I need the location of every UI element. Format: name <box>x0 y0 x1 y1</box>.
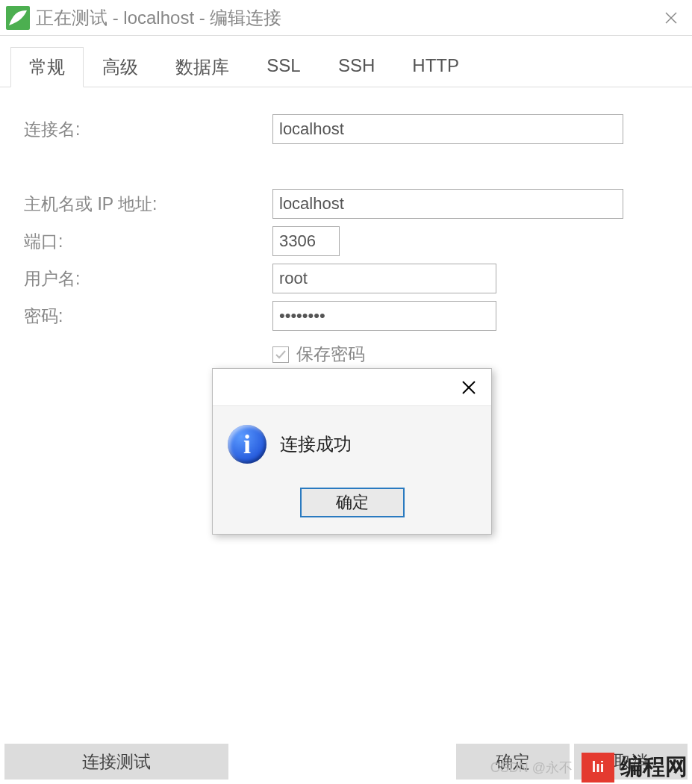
spacer <box>233 744 452 780</box>
input-user[interactable] <box>272 264 496 293</box>
tab-label: HTTP <box>412 55 459 75</box>
tab-ssl[interactable]: SSL <box>248 47 319 87</box>
dialog-ok-button[interactable]: 确定 <box>300 488 405 517</box>
input-host[interactable] <box>272 189 623 219</box>
button-label: 确定 <box>336 493 369 511</box>
watermark-logo-icon: lıi <box>582 753 614 783</box>
tab-label: 数据库 <box>175 57 229 77</box>
row-user: 用户名: <box>22 264 670 293</box>
dialog-body: i 连接成功 <box>213 406 491 479</box>
tab-database[interactable]: 数据库 <box>157 47 248 87</box>
tab-http[interactable]: HTTP <box>393 47 478 87</box>
input-password[interactable] <box>272 301 496 331</box>
row-host: 主机名或 IP 地址: <box>22 189 670 219</box>
tab-label: 常规 <box>29 57 65 77</box>
button-label: 连接测试 <box>82 750 151 774</box>
dialog-header <box>213 369 491 406</box>
row-port: 端口: <box>22 226 670 256</box>
app-icon <box>6 6 30 30</box>
label-connection-name: 连接名: <box>22 118 272 141</box>
window-title: 正在测试 - localhost - 编辑连接 <box>36 6 656 30</box>
watermark: CSDN @永不 lıi 编程网 <box>490 752 688 783</box>
tab-general[interactable]: 常规 <box>10 47 84 87</box>
input-port[interactable] <box>272 226 340 256</box>
check-icon <box>275 349 287 361</box>
checkbox-save-password[interactable] <box>272 346 289 363</box>
info-icon: i <box>228 425 266 464</box>
row-save-password: 保存密码 <box>22 343 670 366</box>
label-user: 用户名: <box>22 267 272 290</box>
dialog-close-button[interactable] <box>454 373 484 402</box>
titlebar: 正在测试 - localhost - 编辑连接 <box>0 0 692 36</box>
tab-label: 高级 <box>102 57 138 77</box>
row-connection-name: 连接名: <box>22 114 670 144</box>
row-password: 密码: <box>22 301 670 331</box>
label-host: 主机名或 IP 地址: <box>22 193 272 216</box>
edit-connection-window: 正在测试 - localhost - 编辑连接 常规 高级 数据库 SSL SS… <box>0 0 692 784</box>
tab-advanced[interactable]: 高级 <box>84 47 157 87</box>
close-icon <box>664 10 679 25</box>
label-port: 端口: <box>22 230 272 253</box>
tabbar: 常规 高级 数据库 SSL SSH HTTP <box>0 47 692 87</box>
tab-ssh[interactable]: SSH <box>319 47 393 87</box>
test-connection-button[interactable]: 连接测试 <box>4 744 228 780</box>
tab-label: SSL <box>266 55 300 75</box>
input-connection-name[interactable] <box>272 114 623 144</box>
dialog-message: 连接成功 <box>280 432 352 456</box>
dialog-footer: 确定 <box>213 479 491 534</box>
watermark-text: 编程网 <box>620 752 688 783</box>
label-save-password: 保存密码 <box>296 343 365 366</box>
window-close-button[interactable] <box>656 3 686 33</box>
connection-result-dialog: i 连接成功 确定 <box>212 368 492 535</box>
tab-label: SSH <box>338 55 375 75</box>
close-icon <box>461 379 477 396</box>
watermark-csdn: CSDN @永不 <box>490 759 573 777</box>
label-password: 密码: <box>22 305 272 328</box>
